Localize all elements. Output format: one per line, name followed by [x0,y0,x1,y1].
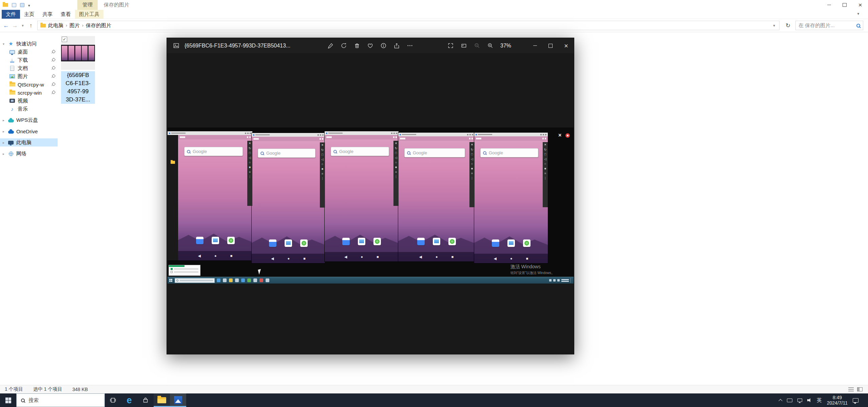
chevron-right-icon[interactable] [3,141,7,144]
maximize-button[interactable] [543,38,558,53]
photos-app-button[interactable] [170,393,186,407]
recent-locations-icon[interactable] [18,19,27,32]
sidebar-item-documents[interactable]: 文档 [0,64,58,72]
network-icon[interactable] [797,399,802,402]
rotate-icon [471,148,474,151]
window-buttons [391,133,397,134]
fullscreen-button[interactable] [447,38,454,53]
properties-button[interactable] [12,3,16,7]
hidden-icons-chevron[interactable] [778,399,782,403]
microsoft-store-button[interactable] [137,393,154,407]
sidebar-item-music[interactable]: 音乐 [0,105,58,113]
watermark-title: 激活 Windows [510,264,555,270]
breadcrumb-saved-pictures[interactable]: 保存的图片 [83,22,114,29]
info-button[interactable] [380,38,387,53]
thumbnail-phone [75,46,81,60]
language-indicator[interactable]: 英 [817,397,822,404]
sidebar-label: 此电脑 [16,139,58,146]
edge-icon [127,396,132,405]
clock-blur [476,138,481,139]
tab-home[interactable]: 主页 [20,10,38,19]
delete-button[interactable] [353,38,361,53]
sidebar-item-quick-access[interactable]: 快速访问 [0,40,58,48]
tab-picture-tools[interactable]: 图片工具 [75,10,103,19]
google-label: Google [489,150,503,155]
address-dropdown-icon[interactable] [772,23,776,28]
favorite-heart-button[interactable] [366,38,374,53]
chevron-right-icon[interactable] [3,118,7,122]
edit-button[interactable] [327,38,334,53]
sidebar-item-scrcpy[interactable]: scrcpy-win [0,89,58,97]
file-explorer-button[interactable] [154,393,170,407]
sidebar-item-videos[interactable]: 视频 [0,97,58,105]
sidebar-item-qtscrcpy[interactable]: QtScrcpy-w [0,80,58,89]
breadcrumb-this-pc[interactable]: 此电脑 [46,22,66,29]
manage-contextual-tab[interactable]: 管理 [77,0,98,10]
tab-view[interactable]: 查看 [57,10,75,19]
sidebar-item-downloads[interactable]: 下载 [0,56,58,64]
pin-icon [50,90,56,95]
minimize-button[interactable] [527,38,543,53]
more-options-button[interactable] [406,38,413,53]
zoom-out-button[interactable] [473,38,481,53]
back-button[interactable] [2,19,11,32]
google-label: Google [413,150,427,155]
maximize-button[interactable] [837,0,852,10]
expand-ribbon-icon[interactable] [857,12,859,16]
sidebar-item-wps-cloud[interactable]: WPS云盘 [0,116,58,124]
android-back-icon [271,256,274,261]
task-view-button[interactable] [105,393,121,407]
recents-icon [322,168,323,171]
magnifier-icon [261,152,264,155]
sidebar-item-pictures[interactable]: 图片 [0,72,58,80]
screenshot-icon [471,153,473,156]
sidebar-item-onedrive[interactable]: OneDrive [0,127,58,135]
photos-canvas: Google Google [167,53,574,354]
fit-to-window-button[interactable] [460,38,467,53]
scrcpy-toolbar [469,142,475,207]
phone-window-titlebar [325,131,399,135]
refresh-button[interactable] [783,21,793,30]
touch-keyboard-icon[interactable] [787,399,792,402]
sidebar-item-desktop[interactable]: 桌面 [0,48,58,56]
scrcpy-toolbar [393,141,399,206]
desktop-icon [9,50,15,54]
clock[interactable]: 8:49 2024/7/11 [827,395,848,406]
up-button[interactable] [26,19,35,32]
close-button[interactable] [558,38,574,53]
share-button[interactable] [393,38,400,53]
start-button[interactable] [0,393,16,407]
rotate-button[interactable] [340,38,347,53]
zoom-in-button[interactable] [486,38,494,53]
search-input[interactable]: 在 保存的图片... [795,21,863,30]
search-icon[interactable] [856,24,860,27]
gallery-app-icon [285,239,292,247]
file-item[interactable]: {6569FB C6-F1E3- 4957-99 3D-37E... [61,36,95,104]
photos-app-icon [417,238,425,245]
tab-share[interactable]: 共享 [38,10,57,19]
chevron-right-icon[interactable] [3,152,7,156]
file-thumbnail[interactable] [61,36,95,70]
selection-checkbox[interactable] [62,37,67,42]
taskbar-search-input[interactable]: 搜索 [16,393,105,407]
edge-browser-button[interactable] [121,393,137,407]
title-text-blur [171,133,186,134]
thumbnail-view-icon[interactable] [857,387,863,391]
sidebar-item-network[interactable]: 网络 [0,150,58,158]
qat-customize-icon[interactable] [28,2,30,8]
chevron-right-icon[interactable] [3,130,7,133]
breadcrumb-pictures[interactable]: 图片 [67,22,82,29]
new-folder-button[interactable] [20,3,24,7]
minimize-button[interactable] [821,0,837,10]
close-button[interactable] [852,0,868,10]
android-recents-icon [526,256,528,260]
tab-file[interactable]: 文件 [2,10,20,19]
window-buttons [245,133,251,134]
rotate-icon [544,148,547,151]
sidebar-item-this-pc[interactable]: 此电脑 [0,138,58,147]
details-view-icon[interactable] [848,387,854,391]
volume-icon[interactable] [807,398,812,402]
action-center-icon[interactable] [853,398,859,403]
breadcrumb[interactable]: 此电脑 图片 保存的图片 [37,21,779,30]
chevron-down-icon[interactable] [3,42,7,46]
